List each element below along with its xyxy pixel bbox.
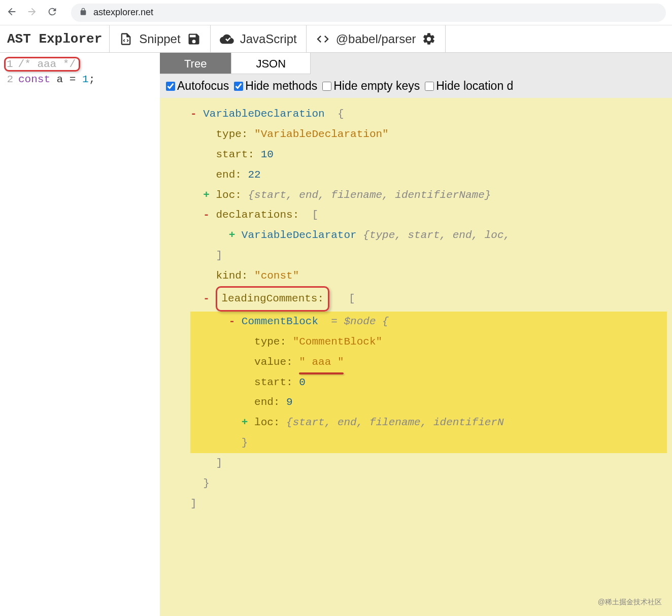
- language-selector[interactable]: JavaScript: [211, 25, 306, 53]
- forward-button[interactable]: [26, 6, 38, 19]
- opt-hide-location[interactable]: Hide location d: [425, 79, 513, 93]
- tab-json[interactable]: JSON: [231, 53, 311, 74]
- tree-row[interactable]: type: "VariableDeclaration": [190, 124, 667, 145]
- code-line-1[interactable]: 1/* aaa */: [0, 56, 160, 73]
- annotation-box: leadingComments:: [216, 286, 329, 312]
- collapse-icon[interactable]: -: [203, 293, 216, 304]
- tree-row[interactable]: ]: [190, 246, 667, 266]
- code-token: 1: [76, 74, 88, 85]
- node-name[interactable]: VariableDeclarator: [242, 229, 357, 241]
- app-toolbar: AST Explorer Snippet JavaScript @babel/p…: [0, 25, 672, 53]
- tree-row[interactable]: value: " aaa ": [190, 352, 667, 372]
- code-token: a: [50, 74, 70, 85]
- browser-bar: astexplorer.net: [0, 0, 672, 25]
- code-editor[interactable]: 1/* aaa */ 2 const a = 1;: [0, 53, 160, 616]
- code-file-icon: [119, 32, 133, 46]
- ast-tabs: Tree JSON: [160, 53, 672, 74]
- collapse-icon[interactable]: -: [203, 209, 216, 221]
- checkbox-hide-methods[interactable]: [234, 82, 243, 91]
- expand-icon[interactable]: +: [242, 417, 254, 428]
- reload-button[interactable]: [47, 6, 58, 19]
- tree-row[interactable]: end: 22: [190, 165, 667, 185]
- lock-icon: [79, 8, 87, 17]
- parser-label: @babel/parser: [336, 32, 416, 46]
- node-name[interactable]: VariableDeclaration: [203, 108, 324, 120]
- opt-hide-methods[interactable]: Hide methods: [234, 79, 317, 93]
- node-name[interactable]: CommentBlock: [242, 316, 318, 327]
- save-icon[interactable]: [187, 32, 201, 46]
- code-token: /* aaa */: [18, 58, 76, 70]
- tree-row[interactable]: - VariableDeclaration {: [190, 104, 667, 124]
- tree-row[interactable]: + loc: {start, end, filename, identifier…: [190, 185, 667, 206]
- ast-panel: Tree JSON Autofocus Hide methods Hide em…: [160, 53, 672, 616]
- watermark-text: @稀土掘金技术社区: [598, 595, 662, 609]
- tree-row[interactable]: start: 10: [190, 145, 667, 165]
- ast-tree[interactable]: - VariableDeclaration { type: "VariableD…: [160, 98, 672, 616]
- cloud-icon: [220, 32, 234, 46]
- collapse-icon[interactable]: -: [190, 108, 203, 120]
- tree-row[interactable]: }: [190, 473, 667, 494]
- tab-tree[interactable]: Tree: [160, 53, 231, 74]
- snippet-label: Snippet: [139, 32, 180, 46]
- tree-row[interactable]: ]: [190, 453, 667, 473]
- checkbox-autofocus[interactable]: [166, 82, 175, 91]
- checkbox-hide-location[interactable]: [425, 82, 434, 91]
- app-title: AST Explorer: [0, 31, 109, 47]
- ast-options: Autofocus Hide methods Hide empty keys H…: [160, 74, 672, 98]
- code-token: ;: [89, 74, 95, 85]
- snippet-button[interactable]: Snippet: [110, 25, 210, 53]
- tree-row[interactable]: ]: [190, 494, 667, 514]
- line-number: 2: [4, 74, 13, 85]
- tree-row[interactable]: end: 9: [190, 392, 667, 413]
- address-bar[interactable]: astexplorer.net: [71, 4, 666, 22]
- line-number: 1: [7, 58, 13, 70]
- url-text: astexplorer.net: [93, 7, 153, 18]
- tree-row[interactable]: }: [190, 433, 667, 453]
- code-token: =: [70, 74, 76, 85]
- gear-icon[interactable]: [422, 32, 436, 46]
- tree-row[interactable]: - leadingComments: [: [190, 286, 667, 312]
- tree-row[interactable]: type: "CommentBlock": [190, 332, 667, 352]
- collapse-icon[interactable]: -: [229, 316, 242, 327]
- code-icon: [316, 32, 330, 46]
- divider: [445, 25, 446, 53]
- code-token: const: [18, 74, 50, 85]
- tree-row[interactable]: start: 0: [190, 372, 667, 393]
- tree-row[interactable]: + loc: {start, end, filename, identifier…: [190, 413, 667, 433]
- language-label: JavaScript: [240, 32, 297, 46]
- opt-autofocus[interactable]: Autofocus: [166, 79, 229, 93]
- tree-row[interactable]: kind: "const": [190, 266, 667, 286]
- code-line-2[interactable]: 2 const a = 1;: [0, 73, 160, 86]
- opt-hide-empty[interactable]: Hide empty keys: [322, 79, 420, 93]
- tree-row[interactable]: - declarations: [: [190, 205, 667, 225]
- checkbox-hide-empty[interactable]: [322, 82, 331, 91]
- tree-row[interactable]: - CommentBlock = $node {: [190, 312, 667, 332]
- expand-icon[interactable]: +: [203, 189, 216, 201]
- annotation-underline: " aaa ": [299, 352, 344, 372]
- parser-selector[interactable]: @babel/parser: [307, 25, 446, 53]
- main-area: 1/* aaa */ 2 const a = 1; Tree JSON Auto…: [0, 53, 672, 616]
- expand-icon[interactable]: +: [229, 229, 242, 241]
- back-button[interactable]: [6, 6, 17, 19]
- tree-row[interactable]: + VariableDeclarator {type, start, end, …: [190, 225, 667, 246]
- annotation-box: 1/* aaa */: [4, 57, 80, 72]
